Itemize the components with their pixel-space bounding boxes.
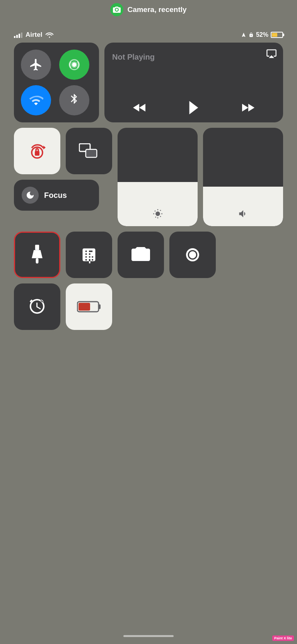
airplay-icon	[266, 48, 277, 59]
cellular-button[interactable]	[59, 50, 89, 80]
screen-mirror-button[interactable]	[66, 128, 112, 174]
brightness-fill	[118, 182, 198, 226]
rewind-button[interactable]	[132, 102, 146, 113]
brightness-icon	[152, 208, 163, 219]
play-button[interactable]	[187, 100, 201, 115]
camera-dot	[110, 3, 123, 16]
volume-fill	[203, 187, 283, 226]
paintx-badge: Paint X lite	[272, 635, 294, 641]
row-connectivity-nowplaying: Not Playing	[14, 43, 283, 122]
bluetooth-icon	[68, 93, 80, 108]
camera-indicator: Camera, recently	[110, 3, 186, 16]
svg-rect-19	[79, 303, 90, 311]
battery-percent: 52%	[256, 31, 268, 38]
battery-widget-button[interactable]	[66, 283, 112, 330]
moon-circle	[22, 187, 39, 204]
svg-marker-2	[139, 104, 145, 112]
wifi-icon	[29, 93, 43, 108]
volume-icon	[238, 208, 249, 219]
focus-label: Focus	[44, 191, 67, 200]
signal-bar-3	[19, 34, 20, 38]
svg-marker-5	[248, 104, 254, 112]
connectivity-tile[interactable]	[14, 43, 99, 122]
cellular-icon	[68, 58, 81, 71]
status-right: 52%	[241, 31, 283, 38]
row-alarm-battery	[14, 283, 283, 330]
moon-icon	[26, 191, 35, 200]
svg-marker-4	[242, 104, 248, 112]
svg-rect-18	[99, 304, 101, 309]
signal-bar-1	[14, 36, 15, 38]
row-tools: Focus	[14, 128, 283, 226]
calculator-button[interactable]	[66, 232, 112, 278]
signal-bar-4	[21, 33, 22, 38]
signal-bars	[14, 32, 22, 38]
battery-indicator	[271, 32, 283, 38]
camera-tile-icon	[131, 247, 150, 263]
rotation-lock-icon	[26, 140, 48, 162]
svg-marker-3	[189, 101, 198, 114]
location-icon	[241, 32, 246, 38]
bluetooth-button[interactable]	[59, 85, 89, 115]
play-icon	[187, 100, 201, 115]
lock-status-icon	[249, 32, 254, 38]
brightness-slider[interactable]	[118, 128, 198, 226]
airplane-mode-button[interactable]	[21, 50, 51, 80]
airplay-icon-wrap[interactable]	[266, 48, 277, 59]
svg-point-16	[189, 251, 196, 258]
svg-marker-9	[43, 146, 46, 149]
not-playing-text: Not Playing	[112, 53, 275, 62]
airplane-icon	[29, 58, 43, 72]
flashlight-icon	[29, 245, 45, 265]
status-bar: Airtel 52%	[0, 24, 297, 43]
svg-rect-12	[86, 150, 96, 157]
alarm-icon	[28, 298, 46, 316]
playback-controls	[112, 100, 275, 115]
now-playing-tile[interactable]: Not Playing	[104, 43, 283, 122]
fastforward-button[interactable]	[241, 102, 255, 113]
home-indicator[interactable]	[123, 635, 174, 637]
lock-mirror-row	[14, 128, 112, 174]
camera-indicator-text: Camera, recently	[127, 5, 186, 14]
battery-shell	[271, 32, 283, 38]
tools-left-stack: Focus	[14, 128, 112, 226]
carrier-name: Airtel	[26, 31, 42, 39]
flashlight-button[interactable]	[14, 232, 60, 278]
battery-fill	[272, 33, 277, 37]
focus-button[interactable]: Focus	[14, 180, 99, 211]
camera-button[interactable]	[118, 232, 164, 278]
screen-mirror-icon	[79, 143, 99, 159]
calculator-icon	[80, 246, 97, 263]
svg-point-0	[72, 62, 76, 67]
svg-marker-1	[133, 104, 139, 112]
svg-rect-14	[36, 258, 39, 264]
svg-rect-8	[36, 149, 38, 152]
volume-slider[interactable]	[203, 128, 283, 226]
control-center: Not Playing	[0, 43, 297, 330]
row-quick-actions	[14, 232, 283, 278]
alarm-button[interactable]	[14, 283, 60, 330]
battery-widget-icon	[77, 300, 101, 313]
wifi-button[interactable]	[21, 85, 51, 115]
screen-record-icon	[184, 246, 201, 263]
sliders-wrap	[118, 128, 283, 226]
status-left: Airtel	[14, 31, 54, 39]
svg-rect-13	[35, 245, 39, 250]
wifi-status-icon	[45, 32, 54, 38]
screen-record-button[interactable]	[169, 232, 216, 278]
rotation-lock-button[interactable]	[14, 128, 60, 174]
signal-bar-2	[16, 35, 18, 38]
